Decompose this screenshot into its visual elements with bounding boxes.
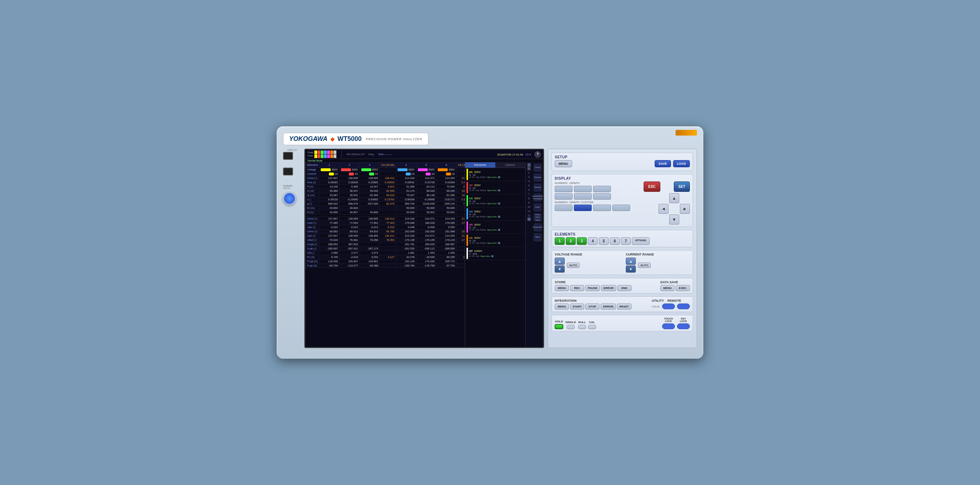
utility-label: UTILITY bbox=[652, 299, 664, 302]
element-btn-4[interactable]: 4 bbox=[588, 237, 598, 245]
single-button[interactable] bbox=[567, 325, 574, 329]
element-list-item[interactable]: U7 1000V I7 30A LF FF Adv Sync Hrm 1 bbox=[465, 247, 525, 260]
scroll-down[interactable]: ▼ bbox=[527, 217, 531, 221]
store-btn-end[interactable]: END bbox=[617, 285, 632, 291]
element-list-item[interactable]: U3 300V I3 1A LF FF Adv 500Hz Sync Hrm 1 bbox=[465, 194, 525, 207]
display-slot-2[interactable] bbox=[574, 186, 592, 192]
display-slot-1[interactable] bbox=[555, 186, 573, 192]
store-btn-menu[interactable]: MENU bbox=[555, 285, 569, 291]
usb-port-1[interactable] bbox=[283, 152, 293, 160]
page-number-11[interactable]: 11 bbox=[527, 209, 531, 213]
element-btn-3[interactable]: 3 bbox=[577, 237, 587, 245]
current-up[interactable]: ▲ bbox=[626, 258, 636, 265]
integ-btn-reset[interactable]: RESET bbox=[617, 303, 632, 310]
side-icon-integration[interactable]: Integration bbox=[534, 223, 542, 231]
null-button[interactable] bbox=[578, 325, 586, 329]
tab-options[interactable]: Options bbox=[495, 162, 525, 168]
elem-mode: LF FF bbox=[469, 189, 475, 191]
side-icon-filter[interactable]: Filter bbox=[534, 204, 542, 211]
help-button[interactable]: ? bbox=[535, 151, 541, 158]
store-btn-error[interactable]: ERROR bbox=[601, 285, 616, 291]
touch-lock-toggle[interactable] bbox=[662, 324, 675, 329]
side-icon-updaterateaveraging[interactable]: UpdateRateAveraging bbox=[534, 193, 542, 201]
utility-toggle[interactable] bbox=[662, 303, 675, 309]
scroll-up[interactable]: ▲ bbox=[527, 163, 531, 166]
page-number-9[interactable]: 9 bbox=[527, 201, 531, 204]
store-btn-rec[interactable]: REC bbox=[570, 285, 584, 291]
side-icon-display[interactable]: Display bbox=[534, 174, 542, 182]
side-icon-misc[interactable]: Misc bbox=[534, 233, 542, 241]
display-slot-9[interactable] bbox=[593, 204, 611, 211]
element-btn-6[interactable]: 6 bbox=[610, 237, 620, 245]
integ-btn-stop[interactable]: STOP bbox=[585, 303, 600, 310]
page-number-6[interactable]: 6 bbox=[527, 188, 531, 192]
integ-btn-menu[interactable]: MENU bbox=[555, 303, 569, 310]
nav-down[interactable]: ▼ bbox=[669, 215, 679, 225]
page-number-5[interactable]: 5 bbox=[527, 183, 531, 188]
element-btn-options[interactable]: OPTIONS bbox=[632, 237, 650, 245]
side-icon-setup[interactable]: Setup bbox=[534, 164, 542, 172]
elem-sync: Sync Hrm bbox=[487, 176, 496, 178]
table-cell: -0.013 bbox=[360, 225, 380, 230]
element-list-item[interactable]: U5 300V I5 1A LF FF Adv 500Hz Sync Hrm 2 bbox=[465, 221, 525, 234]
hold-button[interactable] bbox=[555, 324, 563, 329]
page-number-3[interactable]: 3 bbox=[527, 175, 531, 179]
integ-btn-start[interactable]: START bbox=[570, 303, 584, 310]
load-button[interactable]: LOAD bbox=[673, 160, 690, 167]
tab-elements[interactable]: Elements bbox=[465, 162, 495, 168]
save-button[interactable]: SAVE bbox=[655, 160, 671, 167]
nav-up[interactable]: ▲ bbox=[669, 193, 679, 203]
power-button[interactable] bbox=[283, 192, 296, 205]
element-btn-7[interactable]: 7 bbox=[621, 237, 631, 245]
usb-port-2[interactable] bbox=[283, 168, 293, 175]
display-slot-4[interactable] bbox=[555, 193, 573, 199]
page-number-4[interactable]: 4 bbox=[527, 179, 531, 183]
voltage-up[interactable]: ▲ bbox=[555, 258, 565, 265]
nav-right[interactable]: ► bbox=[680, 204, 690, 214]
elem-u-label: U6 bbox=[469, 236, 473, 239]
element-btn-2[interactable]: 2 bbox=[566, 237, 576, 245]
display-slot-10[interactable] bbox=[612, 204, 630, 211]
cal-button[interactable] bbox=[588, 325, 596, 329]
display-slot-7[interactable] bbox=[555, 204, 573, 211]
page-number-7[interactable]: 7 bbox=[527, 192, 531, 196]
element-list-item[interactable]: U2 300V I2 1A LF FF Adv 500Hz Sync Hrm 1 bbox=[465, 181, 525, 194]
element-list-item[interactable]: U1 300V I1 1A LF FF Adv 500Hz Sync Hrm 1 bbox=[465, 168, 525, 181]
display-slot-3[interactable] bbox=[593, 186, 611, 192]
voltage-auto[interactable]: AUTO bbox=[567, 263, 580, 268]
element-list-item[interactable]: U6 300V I6 1A LF FF Adv 500Hz Sync Hrm 2 bbox=[465, 234, 525, 247]
datasave-btn-exec[interactable]: EXEC bbox=[676, 285, 690, 291]
store-btn-pause[interactable]: PAUSE bbox=[585, 285, 600, 291]
elem-current: 1A bbox=[473, 226, 476, 229]
display-slot-6[interactable] bbox=[593, 193, 611, 199]
set-button[interactable]: SET bbox=[674, 182, 690, 192]
voltage-down[interactable]: ▼ bbox=[555, 265, 565, 273]
datasave-btn-menu[interactable]: MENU bbox=[660, 285, 675, 291]
page-number-12[interactable]: 12 bbox=[527, 214, 531, 217]
page-number-1[interactable]: 1 bbox=[527, 166, 531, 171]
table-cell: 42.478 bbox=[396, 255, 417, 259]
remote-toggle[interactable] bbox=[677, 303, 690, 309]
element-list-item[interactable]: U4 300V I4 1A LF FF Adv 500Hz Sync Hrm 2 bbox=[465, 207, 525, 221]
element-btn-5[interactable]: 5 bbox=[599, 237, 609, 245]
table-cell: 76.352 bbox=[380, 238, 396, 242]
color-l7 bbox=[334, 155, 336, 158]
v-sum-a bbox=[380, 168, 396, 172]
side-icon-range[interactable]: Range bbox=[534, 183, 542, 191]
key-lock-toggle[interactable] bbox=[677, 324, 690, 329]
menu-button[interactable]: MENU bbox=[555, 160, 572, 167]
table-cell: 214.371 bbox=[416, 176, 436, 180]
integ-btn-error[interactable]: ERROR bbox=[601, 303, 616, 310]
element-btn-1[interactable]: 1 bbox=[555, 237, 565, 245]
page-number-2[interactable]: 2 bbox=[527, 171, 531, 175]
display-slot-5[interactable] bbox=[574, 193, 592, 199]
page-number-8[interactable]: 8 bbox=[527, 196, 531, 200]
current-down[interactable]: ▼ bbox=[626, 265, 636, 273]
col-4: 4 bbox=[396, 163, 417, 168]
esc-button[interactable]: ESC bbox=[644, 182, 660, 192]
current-auto[interactable]: AUTO bbox=[638, 263, 651, 268]
nav-left[interactable]: ◄ bbox=[659, 204, 668, 214]
side-icon-storedatasave[interactable]: StoreData Save bbox=[534, 214, 542, 221]
page-number-10[interactable]: 10 bbox=[527, 205, 531, 209]
display-slot-8[interactable] bbox=[574, 204, 592, 211]
